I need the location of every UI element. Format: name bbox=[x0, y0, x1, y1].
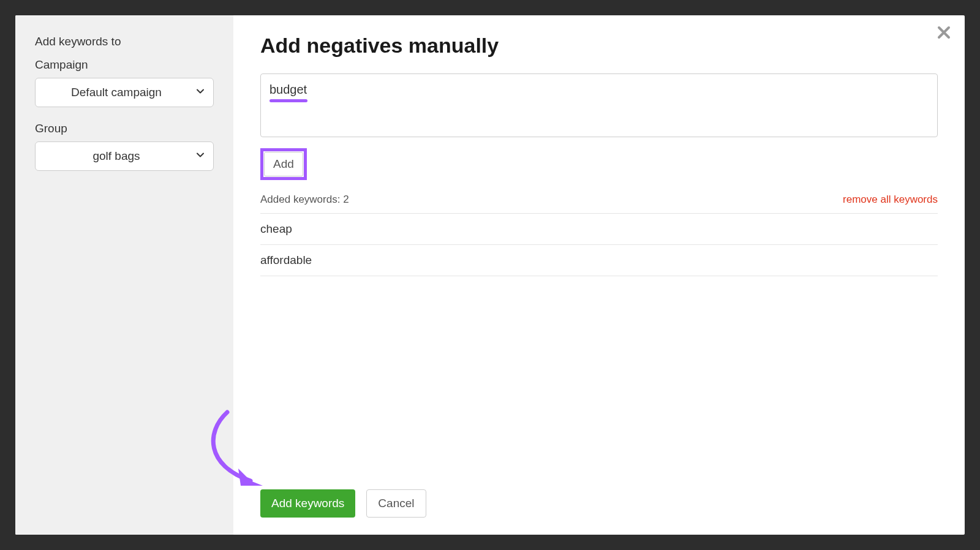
campaign-select-wrap: Default campaign bbox=[35, 78, 214, 107]
add-button[interactable]: Add bbox=[264, 152, 303, 176]
group-select-wrap: golf bags bbox=[35, 141, 214, 171]
keyword-textarea[interactable] bbox=[260, 73, 938, 137]
sidebar: Add keywords to Campaign Default campaig… bbox=[15, 15, 233, 535]
campaign-label: Campaign bbox=[35, 58, 214, 72]
group-label: Group bbox=[35, 122, 214, 135]
sidebar-title: Add keywords to bbox=[35, 35, 214, 48]
add-keywords-button[interactable]: Add keywords bbox=[260, 489, 355, 518]
campaign-select[interactable]: Default campaign bbox=[35, 78, 214, 107]
add-button-highlight-annotation: Add bbox=[260, 148, 307, 180]
remove-all-link[interactable]: remove all keywords bbox=[843, 194, 938, 206]
main-content: Add negatives manually Add Added keyword… bbox=[233, 15, 965, 535]
group-select-value: golf bags bbox=[92, 149, 140, 162]
add-negatives-dialog: Add keywords to Campaign Default campaig… bbox=[15, 15, 965, 535]
page-title: Add negatives manually bbox=[260, 34, 938, 58]
keyword-input-wrap bbox=[260, 73, 938, 140]
close-icon bbox=[937, 25, 951, 42]
keyword-list-item: cheap bbox=[260, 214, 938, 245]
campaign-select-value: Default campaign bbox=[71, 86, 162, 99]
dialog-footer: Add keywords Cancel bbox=[260, 489, 938, 518]
added-keywords-count: Added keywords: 2 bbox=[260, 194, 349, 206]
group-select[interactable]: golf bags bbox=[35, 141, 214, 171]
cancel-button[interactable]: Cancel bbox=[366, 489, 426, 518]
close-button[interactable] bbox=[934, 24, 954, 43]
keyword-list-item: affordable bbox=[260, 245, 938, 276]
added-keywords-header: Added keywords: 2 remove all keywords bbox=[260, 194, 938, 214]
